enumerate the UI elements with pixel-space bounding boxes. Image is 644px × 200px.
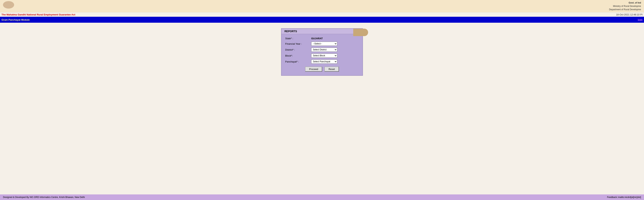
state-value: GUJARAT [311,37,323,40]
main-content: REPORTS State* : GUJARAT Financial Year … [0,23,644,93]
header-left [3,1,16,9]
reset-button[interactable]: Reset [324,67,339,72]
block-label: Block*: [285,54,311,57]
block-row: Block*: Select Block [285,54,359,58]
reports-panel-header: REPORTS [282,29,362,34]
state-row: State* : GUJARAT [285,37,359,40]
button-row: Proceed Reset [285,67,359,72]
logo [3,1,14,9]
financial-year-select[interactable]: --Select-- [311,42,337,46]
top-header: Govt. of Ind Ministry of Rural Developme… [0,0,644,12]
proceed-button[interactable]: Proceed [305,67,322,72]
reports-panel: REPORTS State* : GUJARAT Financial Year … [281,28,363,76]
nav-bar: Gram Panchayat Module login [0,17,644,23]
footer-feedback: Feedback::mailto:nicdrd[at]nic[dot] [607,196,641,198]
reports-panel-body: State* : GUJARAT Financial Year : --Sele… [282,34,362,75]
panchayat-row: Panchayat* : Select Panchayat [285,60,359,64]
module-title: Gram Panchayat Module [2,19,30,21]
panchayat-select[interactable]: Select Panchayat [311,60,337,64]
gov-title: Govt. of Ind [609,1,641,5]
header-right: Govt. of Ind Ministry of Rural Developme… [609,1,641,11]
login-link[interactable]: login [638,19,642,21]
reports-title: REPORTS [284,30,297,33]
act-bar: The Mahatma Gandhi National Rural Employ… [0,12,644,17]
financial-year-row: Financial Year : --Select-- [285,42,359,46]
department-line: Department of Rural Developme [609,8,641,11]
financial-year-label: Financial Year : [285,42,311,45]
district-label: District* : [285,48,311,51]
footer-credit: Designed & Developed By NIC-DRD Informat… [3,196,85,198]
ministry-line: Ministry of Rural Developme [609,5,641,8]
district-row: District* : Select District [285,48,359,52]
panchayat-label: Panchayat* : [285,60,311,63]
block-select[interactable]: Select Block [311,54,337,58]
footer-bar: Designed & Developed By NIC-DRD Informat… [0,194,644,200]
district-select[interactable]: Select District [311,48,337,52]
state-label: State* : [285,37,311,40]
act-title: The Mahatma Gandhi National Rural Employ… [2,13,75,16]
date-time: 18-Oct-2021 12:48:10 PI [616,13,642,16]
